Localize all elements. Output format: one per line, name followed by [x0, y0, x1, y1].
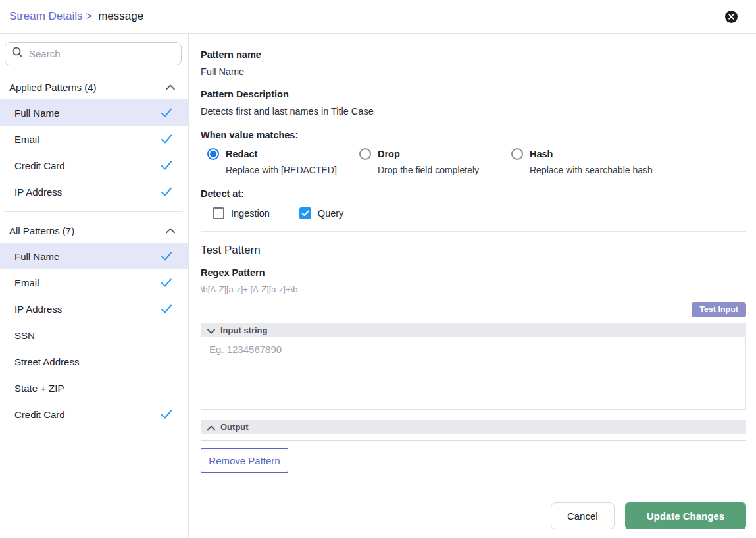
radio-label: Hash	[530, 149, 553, 159]
pattern-label: IP Address	[14, 304, 161, 315]
checkbox-option-query[interactable]: Query	[299, 207, 344, 219]
check-icon	[161, 277, 172, 288]
pattern-detail-panel: Pattern name Full Name Pattern Descripti…	[189, 34, 756, 538]
applied-patterns-title: Applied Patterns (4)	[9, 82, 166, 93]
check-icon	[161, 107, 172, 119]
radio-button-icon[interactable]	[207, 148, 219, 160]
when-value-matches-label: When value matches:	[201, 130, 746, 140]
chevron-up-icon[interactable]	[207, 421, 215, 433]
checkbox-label: Query	[318, 208, 344, 219]
sidebar-item-ssn[interactable]: SSN	[0, 322, 188, 348]
pattern-label: Full Name	[14, 251, 161, 262]
chevron-up-icon[interactable]	[166, 81, 175, 93]
checkbox-label: Ingestion	[231, 208, 270, 219]
input-string-label: Input string	[220, 325, 268, 335]
check-icon	[161, 250, 172, 262]
all-patterns-title: All Patterns (7)	[9, 225, 166, 236]
radio-description: Drop the field completely	[359, 165, 511, 175]
sidebar-divider	[5, 211, 183, 212]
pattern-description-value: Detects first and last names in Title Ca…	[201, 106, 746, 117]
section-divider	[201, 231, 746, 232]
sidebar-item-email[interactable]: Email	[0, 269, 188, 296]
sidebar-item-ip-address[interactable]: IP Address	[0, 178, 188, 205]
checkbox-option-ingestion[interactable]: Ingestion	[213, 207, 270, 219]
output-divider	[201, 440, 746, 441]
sidebar-item-email[interactable]: Email	[0, 126, 188, 152]
input-string-section-header[interactable]: Input string	[201, 323, 746, 337]
pattern-label: State + ZIP	[14, 383, 161, 394]
detect-at-label: Detect at:	[201, 188, 746, 199]
sidebar-item-street-address[interactable]: Street Address	[0, 348, 188, 375]
pattern-label: Credit Card	[14, 160, 161, 171]
test-input-textarea[interactable]	[201, 337, 746, 410]
checkbox-icon[interactable]	[213, 207, 224, 219]
output-section-header[interactable]: Output	[201, 420, 746, 434]
radio-label: Redact	[226, 149, 257, 159]
check-icon	[161, 133, 172, 145]
search-icon	[12, 47, 29, 61]
all-patterns-section-header[interactable]: All Patterns (7)	[0, 218, 188, 243]
sidebar-item-full-name[interactable]: Full Name	[0, 243, 188, 269]
chevron-up-icon[interactable]	[166, 225, 175, 236]
patterns-sidebar: Applied Patterns (4) Full Name Email Cre…	[0, 34, 189, 538]
checkbox-icon[interactable]	[299, 207, 311, 219]
sidebar-item-credit-card[interactable]: Credit Card	[0, 152, 188, 178]
search-box[interactable]	[5, 42, 182, 65]
pattern-label: SSN	[14, 330, 161, 341]
pattern-label: Email	[14, 134, 161, 145]
radio-option-hash[interactable]: Hash Replace with searchable hash	[511, 148, 663, 175]
regex-pattern-label: Regex Pattern	[201, 267, 746, 278]
pattern-label: Full Name	[14, 107, 161, 119]
close-icon[interactable]	[725, 11, 738, 23]
chevron-down-icon[interactable]	[207, 325, 215, 336]
radio-description: Replace with [REDACTED]	[207, 165, 359, 175]
radio-option-redact[interactable]: Redact Replace with [REDACTED]	[207, 148, 359, 175]
sidebar-item-full-name[interactable]: Full Name	[0, 99, 188, 126]
check-icon	[161, 408, 172, 420]
regex-pattern-value: \b[A-Z][a-z]+ [A-Z][a-z]+\b	[201, 284, 746, 294]
radio-label: Drop	[378, 149, 400, 159]
sidebar-item-credit-card[interactable]: Credit Card	[0, 401, 188, 427]
pattern-name-value: Full Name	[201, 67, 746, 77]
pattern-label: Credit Card	[14, 409, 161, 420]
output-label: Output	[220, 422, 249, 432]
radio-description: Replace with searchable hash	[511, 165, 663, 175]
radio-button-icon[interactable]	[511, 148, 523, 160]
search-input[interactable]	[29, 48, 174, 59]
remove-pattern-button[interactable]: Remove Pattern	[201, 448, 288, 473]
detect-at-checkbox-group: Ingestion Query	[201, 207, 746, 219]
pattern-label: Email	[14, 277, 161, 288]
radio-button-icon[interactable]	[359, 148, 371, 160]
cancel-button[interactable]: Cancel	[551, 502, 615, 529]
test-input-button[interactable]: Test Input	[692, 302, 746, 317]
breadcrumb-stream-details-link[interactable]: Stream Details >	[9, 10, 92, 23]
breadcrumb-current-page: message	[98, 10, 143, 23]
header: Stream Details > message	[0, 0, 756, 34]
applied-patterns-section-header[interactable]: Applied Patterns (4)	[0, 74, 188, 99]
check-icon	[161, 303, 172, 315]
check-icon	[161, 186, 172, 198]
test-pattern-title: Test Pattern	[201, 244, 746, 257]
pattern-label: Street Address	[14, 356, 161, 367]
sidebar-item-state-zip[interactable]: State + ZIP	[0, 375, 188, 401]
pattern-name-label: Pattern name	[201, 49, 746, 60]
radio-option-drop[interactable]: Drop Drop the field completely	[359, 148, 511, 175]
sidebar-item-ip-address[interactable]: IP Address	[0, 296, 188, 322]
action-radio-group: Redact Replace with [REDACTED] Drop Drop…	[201, 148, 746, 175]
check-icon	[161, 159, 172, 171]
pattern-description-label: Pattern Description	[201, 89, 746, 99]
pattern-label: IP Address	[14, 186, 161, 198]
footer-actions: Cancel Update Changes	[201, 493, 746, 538]
update-changes-button[interactable]: Update Changes	[625, 502, 746, 529]
